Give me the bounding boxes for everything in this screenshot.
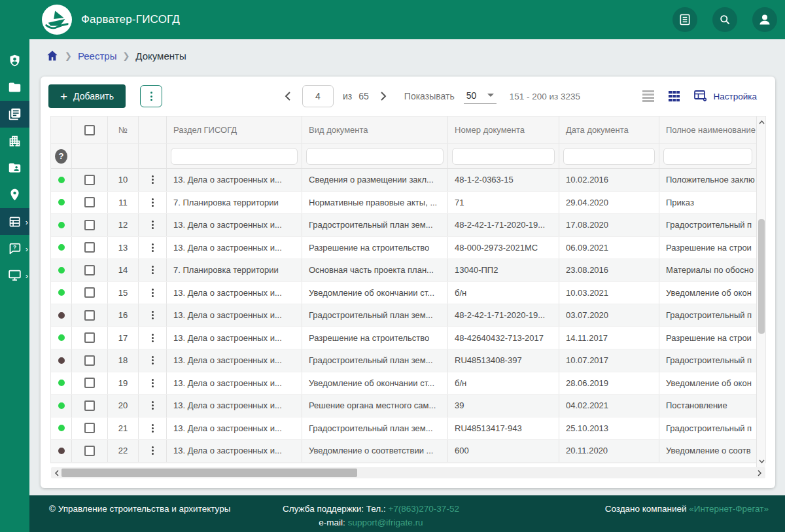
row-actions-button[interactable] [152, 243, 154, 252]
scroll-right-icon[interactable] [755, 467, 764, 478]
table-row[interactable]: 12 13. Дела о застроенных и... Градостро… [51, 214, 756, 237]
row-actions-button[interactable] [152, 401, 154, 410]
help-icon[interactable]: ? [55, 149, 67, 164]
row-checkbox[interactable] [84, 175, 95, 185]
row-actions-cell [139, 395, 167, 417]
support-phone-link[interactable]: +7(863)270-37-52 [388, 504, 459, 514]
row-actions-button[interactable] [152, 379, 154, 387]
horizontal-scrollbar[interactable] [51, 467, 765, 478]
cell-vid: Градостроительный план зем... [302, 214, 448, 236]
sidebar-item-buildings[interactable] [0, 128, 29, 154]
list-view-icon[interactable] [642, 90, 654, 102]
horizontal-scroll-thumb[interactable] [61, 469, 357, 477]
registry-menu-button[interactable] [672, 7, 697, 32]
folder-icon [8, 80, 22, 94]
prev-page-button[interactable] [281, 90, 294, 103]
row-actions-button[interactable] [152, 221, 154, 229]
sidebar-item-folders[interactable] [0, 74, 29, 101]
grid-view-icon[interactable] [669, 91, 680, 102]
select-all-checkbox[interactable] [84, 125, 95, 135]
cell-razdel: 13. Дела о застроенных и... [167, 417, 302, 440]
row-actions-button[interactable] [152, 289, 154, 297]
row-checkbox[interactable] [84, 355, 95, 366]
filter-input-razdel[interactable] [171, 148, 298, 165]
row-checkbox[interactable] [84, 378, 95, 388]
table-row[interactable]: 21 13. Дела о застроенных и... Градостро… [51, 417, 756, 440]
table-row[interactable]: 16 13. Дела о застроенных и... Градостро… [51, 304, 756, 327]
sidebar-item-admin[interactable] [0, 47, 29, 74]
row-actions-button[interactable] [152, 334, 154, 342]
row-actions-button[interactable] [152, 198, 154, 207]
row-actions-button[interactable] [152, 175, 154, 184]
row-actions-button[interactable] [152, 356, 154, 364]
column-header-data[interactable]: Дата документа [559, 116, 659, 144]
row-checkbox[interactable] [84, 423, 95, 433]
table-filter-row: ? [51, 144, 756, 169]
row-checkbox[interactable] [84, 310, 95, 321]
vertical-scrollbar[interactable] [756, 116, 765, 467]
row-checkbox[interactable] [84, 197, 95, 207]
app-logo[interactable] [42, 5, 72, 35]
column-header-polnoe[interactable]: Полное наименование [659, 116, 756, 144]
row-actions-button[interactable] [152, 266, 154, 274]
breadcrumb-documents: Документы [135, 50, 186, 62]
search-button[interactable] [712, 7, 737, 32]
account-button[interactable] [752, 7, 777, 32]
row-checkbox[interactable] [84, 446, 95, 456]
row-actions-button[interactable] [152, 424, 154, 433]
sidebar-item-help[interactable]: ? › [0, 235, 29, 262]
table-row[interactable]: 17 13. Дела о застроенных и... Разрешени… [51, 327, 756, 350]
sidebar-item-map[interactable] [0, 181, 29, 208]
row-checkbox[interactable] [84, 332, 95, 343]
row-checkbox[interactable] [84, 400, 95, 411]
column-header-vid[interactable]: Вид документа [302, 116, 448, 144]
scroll-left-icon[interactable] [52, 467, 61, 478]
page-size-label: Показывать [404, 91, 455, 101]
row-actions-button[interactable] [152, 446, 154, 455]
table-row[interactable]: 18 13. Дела о застроенных и... Градостро… [51, 349, 756, 372]
page-size-select[interactable]: 50 [464, 89, 497, 104]
table-row[interactable]: 13 13. Дела о застроенных и... Разрешени… [51, 237, 756, 260]
row-checkbox[interactable] [84, 242, 95, 253]
column-header-num[interactable]: № [108, 116, 139, 144]
table-settings-button[interactable]: Настройка [694, 90, 757, 103]
sidebar-item-registries[interactable]: › [0, 208, 29, 235]
row-actions-cell [139, 214, 167, 236]
table-row[interactable]: 14 7. Планировка территории Основная час… [51, 259, 756, 282]
svg-text:?: ? [13, 244, 16, 251]
company-link[interactable]: «Интернет-Фрегат» [689, 504, 769, 514]
table-row[interactable]: 11 7. Планировка территории Нормативные … [51, 192, 756, 215]
column-header-nomer[interactable]: Номер документа [448, 116, 559, 144]
add-button[interactable]: + Добавить [48, 84, 126, 108]
row-actions-button[interactable] [152, 311, 154, 319]
vertical-scroll-thumb[interactable] [758, 219, 765, 334]
filter-input-nomer[interactable] [452, 148, 555, 165]
table-row[interactable]: 19 13. Дела о застроенных и... Уведомлен… [51, 372, 756, 395]
filter-input-vid[interactable] [306, 148, 444, 165]
row-checkbox[interactable] [84, 265, 95, 275]
sidebar-item-cases[interactable] [0, 154, 29, 181]
table-row[interactable]: 20 13. Дела о застроенных и... Решение о… [51, 395, 756, 417]
breadcrumb-reestry[interactable]: Реестры [78, 50, 117, 62]
filter-input-data[interactable] [563, 148, 655, 165]
more-actions-button[interactable] [140, 85, 162, 107]
table-row[interactable]: 22 13. Дела о застроенных и... Уведомлен… [51, 440, 756, 463]
next-page-button[interactable] [377, 90, 390, 103]
row-checkbox[interactable] [84, 287, 95, 298]
table-row[interactable]: 10 13. Дела о застроенных и... Сведения … [51, 169, 756, 192]
filter-input-polnoe[interactable] [663, 148, 752, 165]
sidebar-item-workstation[interactable]: › [0, 262, 29, 289]
scroll-down-icon[interactable] [757, 457, 766, 466]
page-number-input[interactable] [302, 85, 334, 107]
home-icon[interactable] [46, 49, 59, 62]
table-row[interactable]: 15 13. Дела о застроенных и... Уведомлен… [51, 282, 756, 305]
row-checkbox[interactable] [84, 220, 95, 230]
cell-vid: Разрешение на строительство [302, 327, 448, 349]
support-email-link[interactable]: support@ifrigate.ru [348, 518, 423, 527]
scroll-up-icon[interactable] [757, 118, 766, 127]
pagination-of-label: из [343, 91, 352, 101]
row-checkbox-cell [72, 372, 108, 395]
column-header-razdel[interactable]: Раздел ГИСОГД [167, 116, 302, 144]
sidebar-item-documents[interactable] [0, 101, 29, 128]
row-number: 11 [108, 192, 139, 214]
